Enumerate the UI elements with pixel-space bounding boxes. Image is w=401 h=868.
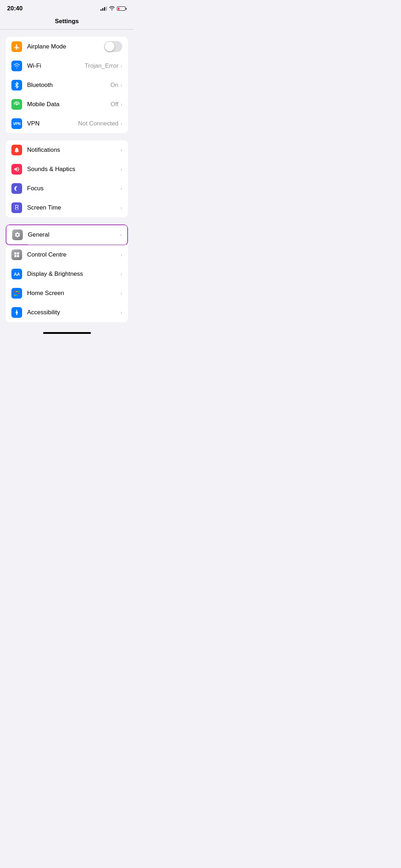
control-centre-item[interactable]: Control Centre › — [6, 245, 128, 264]
vpn-label: VPN — [27, 120, 78, 127]
vpn-icon: VPN — [11, 118, 22, 129]
status-bar: 20:40 — [0, 0, 134, 15]
sounds-haptics-item[interactable]: Sounds & Haptics › — [6, 160, 128, 179]
bluetooth-item[interactable]: Bluetooth On › — [6, 76, 128, 95]
display-brightness-chevron: › — [120, 271, 122, 277]
svg-rect-8 — [14, 293, 16, 294]
focus-item[interactable]: Focus › — [6, 179, 128, 198]
svg-rect-2 — [17, 252, 19, 254]
page-title: Settings — [0, 15, 134, 30]
notifications-chevron: › — [120, 147, 122, 153]
bluetooth-label: Bluetooth — [27, 82, 110, 89]
accessibility-item[interactable]: Accessibility › — [6, 303, 128, 322]
vpn-item[interactable]: VPN VPN Not Connected › — [6, 114, 128, 133]
home-indicator — [0, 329, 134, 336]
battery-icon — [117, 6, 127, 11]
settings-content: Airplane Mode Wi-Fi Trojan_Error › — [0, 30, 134, 329]
svg-rect-10 — [18, 293, 20, 294]
sounds-haptics-chevron: › — [120, 166, 122, 172]
wifi-status-icon — [109, 6, 115, 11]
mobile-data-label: Mobile Data — [27, 101, 110, 108]
wifi-label: Wi-Fi — [27, 62, 85, 69]
airplane-icon — [11, 41, 22, 52]
svg-rect-6 — [16, 291, 18, 292]
bluetooth-icon — [11, 80, 22, 91]
accessibility-icon — [11, 307, 22, 318]
sounds-haptics-icon — [11, 164, 22, 175]
status-icons — [101, 6, 127, 11]
mobile-data-item[interactable]: Mobile Data Off › — [6, 95, 128, 114]
home-screen-icon — [11, 288, 22, 299]
svg-rect-11 — [14, 295, 16, 296]
notifications-item[interactable]: Notifications › — [6, 140, 128, 160]
airplane-mode-item[interactable]: Airplane Mode — [6, 37, 128, 56]
mobile-data-value: Off — [110, 101, 118, 108]
svg-rect-1 — [14, 252, 16, 254]
svg-rect-9 — [16, 293, 18, 294]
status-time: 20:40 — [7, 5, 22, 12]
general-label: General — [28, 231, 120, 238]
mobile-data-chevron: › — [120, 102, 122, 107]
display-brightness-icon: AA — [11, 269, 22, 279]
bluetooth-value: On — [110, 82, 119, 89]
wifi-icon — [11, 61, 22, 71]
notifications-icon — [11, 145, 22, 155]
general-group: General › Control Centre › AA Display & … — [6, 224, 128, 322]
svg-rect-12 — [16, 295, 18, 296]
display-brightness-label: Display & Brightness — [27, 270, 120, 278]
focus-icon — [11, 183, 22, 194]
wifi-chevron: › — [120, 63, 122, 69]
focus-label: Focus — [27, 185, 120, 192]
vpn-value: Not Connected — [78, 120, 118, 127]
svg-rect-3 — [14, 255, 16, 257]
sounds-haptics-label: Sounds & Haptics — [27, 166, 120, 173]
svg-rect-7 — [18, 291, 20, 292]
svg-point-0 — [16, 104, 18, 105]
home-bar — [43, 332, 91, 334]
screen-time-chevron: › — [120, 205, 122, 211]
general-icon — [12, 229, 23, 240]
general-chevron: › — [120, 232, 122, 238]
vpn-chevron: › — [120, 121, 122, 126]
home-screen-chevron: › — [120, 290, 122, 296]
airplane-mode-label: Airplane Mode — [27, 43, 104, 50]
display-brightness-item[interactable]: AA Display & Brightness › — [6, 264, 128, 284]
home-screen-item[interactable]: Home Screen › — [6, 284, 128, 303]
home-screen-label: Home Screen — [27, 290, 120, 297]
accessibility-chevron: › — [120, 310, 122, 315]
screen-time-icon — [11, 202, 22, 213]
focus-chevron: › — [120, 186, 122, 191]
wifi-value: Trojan_Error — [85, 62, 119, 69]
svg-rect-4 — [17, 255, 19, 257]
control-centre-label: Control Centre — [27, 251, 120, 258]
screen-time-label: Screen Time — [27, 204, 120, 211]
svg-rect-5 — [14, 291, 16, 292]
screen-time-item[interactable]: Screen Time › — [6, 198, 128, 217]
bluetooth-chevron: › — [120, 82, 122, 88]
accessibility-label: Accessibility — [27, 309, 120, 316]
mobile-data-icon — [11, 99, 22, 110]
wifi-item[interactable]: Wi-Fi Trojan_Error › — [6, 56, 128, 76]
control-centre-chevron: › — [120, 252, 122, 258]
svg-point-14 — [16, 310, 17, 311]
connectivity-group: Airplane Mode Wi-Fi Trojan_Error › — [6, 37, 128, 133]
svg-rect-13 — [18, 295, 20, 296]
airplane-mode-toggle[interactable] — [104, 41, 122, 52]
system-group: Notifications › Sounds & Haptics › — [6, 140, 128, 217]
notifications-label: Notifications — [27, 146, 120, 154]
control-centre-icon — [11, 249, 22, 260]
general-item[interactable]: General › — [6, 224, 128, 245]
signal-icon — [101, 6, 107, 11]
